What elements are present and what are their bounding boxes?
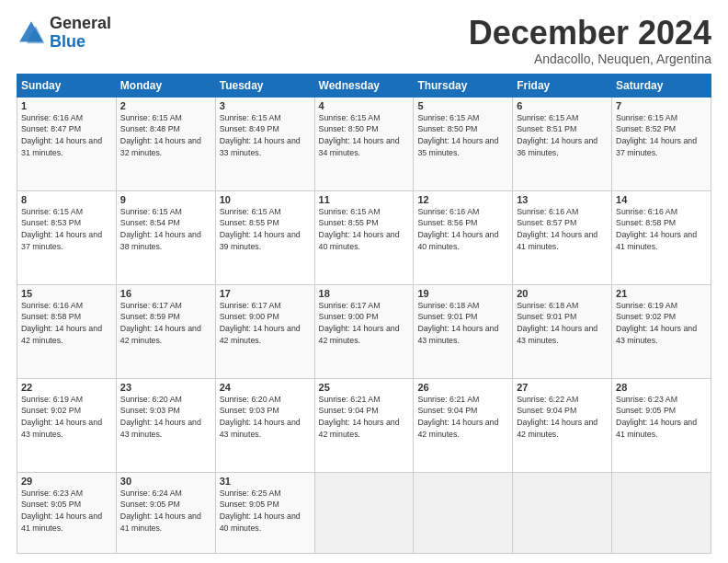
calendar-week-row: 1 Sunrise: 6:16 AMSunset: 8:47 PMDayligh… [17, 97, 711, 190]
day-info: Sunrise: 6:19 AMSunset: 9:02 PMDaylight:… [616, 301, 697, 345]
day-number: 23 [120, 382, 211, 393]
day-info: Sunrise: 6:21 AMSunset: 9:04 PMDaylight:… [417, 395, 498, 439]
calendar-cell: 1 Sunrise: 6:16 AMSunset: 8:47 PMDayligh… [17, 97, 117, 190]
day-info: Sunrise: 6:17 AMSunset: 9:00 PMDaylight:… [319, 301, 400, 345]
title-block: December 2024 Andacollo, Neuquen, Argent… [469, 15, 711, 66]
calendar-cell: 5 Sunrise: 6:15 AMSunset: 8:50 PMDayligh… [414, 97, 513, 190]
day-number: 22 [21, 382, 112, 393]
logo-blue: Blue [50, 33, 111, 52]
day-number: 3 [220, 100, 311, 111]
calendar-cell: 16 Sunrise: 6:17 AMSunset: 8:59 PMDaylig… [116, 284, 215, 378]
calendar-cell: 26 Sunrise: 6:21 AMSunset: 9:04 PMDaylig… [414, 378, 513, 472]
calendar-cell: 8 Sunrise: 6:15 AMSunset: 8:53 PMDayligh… [17, 190, 117, 284]
calendar-cell: 28 Sunrise: 6:23 AMSunset: 9:05 PMDaylig… [612, 378, 711, 472]
day-info: Sunrise: 6:19 AMSunset: 9:02 PMDaylight:… [21, 395, 102, 439]
calendar-cell: 30 Sunrise: 6:24 AMSunset: 9:05 PMDaylig… [116, 472, 215, 553]
day-info: Sunrise: 6:17 AMSunset: 9:00 PMDaylight:… [220, 301, 301, 345]
day-number: 21 [616, 288, 707, 299]
day-info: Sunrise: 6:15 AMSunset: 8:50 PMDaylight:… [417, 113, 498, 157]
calendar-cell: 3 Sunrise: 6:15 AMSunset: 8:49 PMDayligh… [215, 97, 314, 190]
day-info: Sunrise: 6:17 AMSunset: 8:59 PMDaylight:… [120, 301, 201, 345]
calendar-week-row: 29 Sunrise: 6:23 AMSunset: 9:05 PMDaylig… [17, 472, 711, 553]
calendar-cell: 31 Sunrise: 6:25 AMSunset: 9:05 PMDaylig… [215, 472, 314, 553]
day-number: 26 [417, 382, 508, 393]
day-number: 17 [220, 288, 311, 299]
calendar-cell: 13 Sunrise: 6:16 AMSunset: 8:57 PMDaylig… [513, 190, 612, 284]
header: General Blue December 2024 Andacollo, Ne… [17, 15, 711, 66]
calendar-cell: 18 Sunrise: 6:17 AMSunset: 9:00 PMDaylig… [314, 284, 414, 378]
day-number: 18 [319, 288, 410, 299]
day-number: 2 [120, 100, 211, 111]
day-number: 5 [417, 100, 508, 111]
weekday-header: Thursday [414, 74, 513, 97]
day-info: Sunrise: 6:15 AMSunset: 8:53 PMDaylight:… [21, 207, 102, 251]
weekday-header: Saturday [612, 74, 711, 97]
calendar-cell: 27 Sunrise: 6:22 AMSunset: 9:04 PMDaylig… [513, 378, 612, 472]
calendar-cell: 9 Sunrise: 6:15 AMSunset: 8:54 PMDayligh… [116, 190, 215, 284]
calendar-cell: 29 Sunrise: 6:23 AMSunset: 9:05 PMDaylig… [17, 472, 117, 553]
calendar-cell: 12 Sunrise: 6:16 AMSunset: 8:56 PMDaylig… [414, 190, 513, 284]
day-number: 12 [417, 194, 508, 205]
day-number: 16 [120, 288, 211, 299]
calendar-cell: 22 Sunrise: 6:19 AMSunset: 9:02 PMDaylig… [17, 378, 117, 472]
calendar-cell: 15 Sunrise: 6:16 AMSunset: 8:58 PMDaylig… [17, 284, 117, 378]
day-info: Sunrise: 6:16 AMSunset: 8:58 PMDaylight:… [616, 207, 697, 251]
day-number: 4 [319, 100, 410, 111]
day-info: Sunrise: 6:15 AMSunset: 8:49 PMDaylight:… [220, 113, 301, 157]
calendar-cell: 7 Sunrise: 6:15 AMSunset: 8:52 PMDayligh… [612, 97, 711, 190]
calendar-cell [612, 472, 711, 553]
page: General Blue December 2024 Andacollo, Ne… [0, 0, 728, 563]
logo-icon [17, 18, 46, 48]
weekday-header: Monday [116, 74, 215, 97]
day-info: Sunrise: 6:20 AMSunset: 9:03 PMDaylight:… [120, 395, 201, 439]
calendar-cell: 21 Sunrise: 6:19 AMSunset: 9:02 PMDaylig… [612, 284, 711, 378]
calendar-cell: 24 Sunrise: 6:20 AMSunset: 9:03 PMDaylig… [215, 378, 314, 472]
day-number: 8 [21, 194, 112, 205]
day-info: Sunrise: 6:16 AMSunset: 8:58 PMDaylight:… [21, 301, 102, 345]
day-info: Sunrise: 6:15 AMSunset: 8:55 PMDaylight:… [319, 207, 400, 251]
calendar-cell: 6 Sunrise: 6:15 AMSunset: 8:51 PMDayligh… [513, 97, 612, 190]
day-number: 19 [417, 288, 508, 299]
day-number: 9 [120, 194, 211, 205]
day-info: Sunrise: 6:18 AMSunset: 9:01 PMDaylight:… [517, 301, 597, 345]
calendar-week-row: 15 Sunrise: 6:16 AMSunset: 8:58 PMDaylig… [17, 284, 711, 378]
logo-text: General Blue [50, 15, 111, 52]
day-info: Sunrise: 6:16 AMSunset: 8:56 PMDaylight:… [417, 207, 498, 251]
calendar-header-row: SundayMondayTuesdayWednesdayThursdayFrid… [17, 74, 711, 97]
weekday-header: Tuesday [215, 74, 314, 97]
subtitle: Andacollo, Neuquen, Argentina [469, 52, 711, 66]
day-info: Sunrise: 6:21 AMSunset: 9:04 PMDaylight:… [319, 395, 400, 439]
day-number: 10 [220, 194, 311, 205]
calendar-cell [314, 472, 414, 553]
weekday-header: Friday [513, 74, 612, 97]
day-info: Sunrise: 6:15 AMSunset: 8:52 PMDaylight:… [616, 113, 697, 157]
calendar-cell: 17 Sunrise: 6:17 AMSunset: 9:00 PMDaylig… [215, 284, 314, 378]
calendar-cell: 20 Sunrise: 6:18 AMSunset: 9:01 PMDaylig… [513, 284, 612, 378]
day-number: 7 [616, 100, 707, 111]
day-info: Sunrise: 6:23 AMSunset: 9:05 PMDaylight:… [21, 488, 102, 533]
day-info: Sunrise: 6:18 AMSunset: 9:01 PMDaylight:… [417, 301, 498, 345]
day-info: Sunrise: 6:16 AMSunset: 8:47 PMDaylight:… [21, 113, 102, 157]
day-number: 6 [517, 100, 608, 111]
day-info: Sunrise: 6:15 AMSunset: 8:54 PMDaylight:… [120, 207, 201, 251]
day-number: 30 [120, 476, 211, 487]
calendar-week-row: 8 Sunrise: 6:15 AMSunset: 8:53 PMDayligh… [17, 190, 711, 284]
calendar-table: SundayMondayTuesdayWednesdayThursdayFrid… [17, 74, 711, 554]
day-info: Sunrise: 6:15 AMSunset: 8:50 PMDaylight:… [319, 113, 400, 157]
calendar-cell: 2 Sunrise: 6:15 AMSunset: 8:48 PMDayligh… [116, 97, 215, 190]
day-number: 14 [616, 194, 707, 205]
day-info: Sunrise: 6:20 AMSunset: 9:03 PMDaylight:… [220, 395, 301, 439]
calendar-week-row: 22 Sunrise: 6:19 AMSunset: 9:02 PMDaylig… [17, 378, 711, 472]
calendar-cell: 4 Sunrise: 6:15 AMSunset: 8:50 PMDayligh… [314, 97, 414, 190]
day-info: Sunrise: 6:24 AMSunset: 9:05 PMDaylight:… [120, 488, 201, 533]
day-number: 11 [319, 194, 410, 205]
month-title: December 2024 [469, 15, 711, 52]
day-number: 13 [517, 194, 608, 205]
logo-general: General [50, 15, 111, 33]
day-info: Sunrise: 6:25 AMSunset: 9:05 PMDaylight:… [220, 488, 301, 533]
day-number: 31 [220, 476, 311, 487]
calendar-cell: 10 Sunrise: 6:15 AMSunset: 8:55 PMDaylig… [215, 190, 314, 284]
calendar-cell: 23 Sunrise: 6:20 AMSunset: 9:03 PMDaylig… [116, 378, 215, 472]
weekday-header: Sunday [17, 74, 117, 97]
day-number: 25 [319, 382, 410, 393]
